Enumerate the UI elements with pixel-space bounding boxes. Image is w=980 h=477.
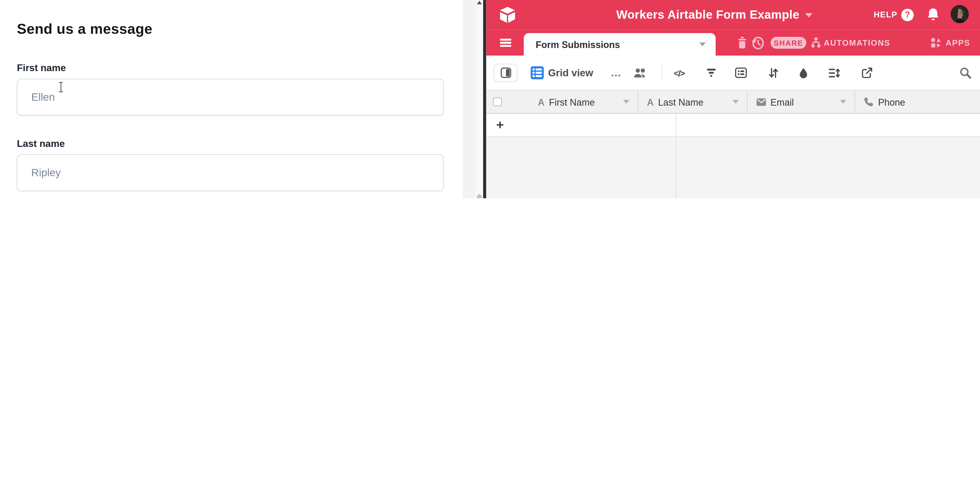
- color-icon[interactable]: [799, 55, 808, 90]
- view-sidebar-toggle-button[interactable]: [494, 64, 517, 82]
- grid-view-icon[interactable]: [530, 55, 544, 90]
- sort-icon[interactable]: [768, 55, 778, 90]
- avatar-photo: [951, 5, 969, 23]
- airtable-table-bar: Form Submissions SHARE: [486, 30, 980, 56]
- base-title-caret-icon[interactable]: [805, 13, 813, 17]
- column-header-last-name[interactable]: A Last Name: [638, 90, 747, 113]
- text-field-type-icon: A: [647, 97, 654, 107]
- apps-icon[interactable]: [931, 30, 941, 56]
- screen: Send us a message First name Last name: [0, 0, 980, 198]
- filter-icon[interactable]: [706, 55, 716, 90]
- share-button[interactable]: SHARE: [771, 37, 806, 49]
- user-avatar[interactable]: [951, 5, 969, 23]
- toolbar-divider: [662, 65, 662, 81]
- last-name-input[interactable]: [17, 154, 444, 191]
- collaborators-icon[interactable]: [633, 55, 648, 90]
- view-name-label[interactable]: Grid view: [548, 55, 593, 90]
- first-name-label: First name: [17, 63, 66, 74]
- column-name: Last Name: [658, 97, 703, 107]
- airtable-view-bar: Grid view … </>: [486, 55, 980, 90]
- text-field-type-icon: A: [538, 97, 544, 107]
- add-row[interactable]: +: [486, 114, 980, 137]
- base-title[interactable]: Workers Airtable Form Example: [616, 8, 799, 22]
- email-field-type-icon: [756, 98, 766, 106]
- page-title: Send us a message: [17, 0, 444, 37]
- column-name: Email: [770, 97, 794, 107]
- select-all-checkbox[interactable]: [493, 98, 501, 106]
- airtable-pane: Workers Airtable Form Example HELP ?: [486, 0, 980, 198]
- column-dropdown-icon[interactable]: [732, 100, 738, 103]
- contact-form-pane: Send us a message First name Last name: [0, 0, 463, 198]
- menu-hamburger-icon[interactable]: [500, 39, 511, 47]
- table-tab-label: Form Submissions: [536, 39, 620, 49]
- grid-header-row: A First Name A Last Name Email: [486, 90, 980, 114]
- column-name: Phone: [878, 97, 905, 107]
- column-header-phone[interactable]: Phone: [855, 90, 980, 113]
- add-row-plus-icon[interactable]: +: [496, 117, 504, 132]
- scrollbar-up-arrow-icon[interactable]: [477, 0, 482, 4]
- search-icon[interactable]: [959, 55, 971, 90]
- field-label-row: Last name: [17, 138, 444, 149]
- column-header-email[interactable]: Email: [747, 90, 855, 113]
- column-divider-line: [676, 137, 676, 198]
- view-more-icon[interactable]: …: [611, 55, 622, 90]
- share-view-icon[interactable]: [862, 55, 872, 90]
- column-divider-line: [676, 114, 676, 136]
- select-all-cell: [486, 90, 503, 113]
- notifications-bell-icon[interactable]: [926, 8, 940, 22]
- phone-field-type-icon: [864, 97, 874, 107]
- page-gutter: [463, 0, 476, 198]
- last-name-label: Last name: [17, 138, 65, 149]
- automations-icon[interactable]: [811, 30, 821, 56]
- first-name-input[interactable]: [17, 79, 444, 116]
- help-question-icon[interactable]: ?: [901, 8, 914, 21]
- airtable-topbar: Workers Airtable Form Example HELP ?: [486, 0, 980, 30]
- hide-fields-icon[interactable]: </>: [674, 55, 685, 90]
- browser-scrollbar-thumb[interactable]: [477, 194, 482, 198]
- trash-icon[interactable]: [737, 30, 747, 56]
- window-divider: [483, 0, 486, 198]
- column-dropdown-icon[interactable]: [623, 100, 630, 103]
- tab-form-submissions[interactable]: Form Submissions: [524, 33, 716, 56]
- field-label-row: First name: [17, 63, 444, 74]
- column-name: First Name: [549, 97, 595, 107]
- group-icon[interactable]: [735, 55, 747, 90]
- tab-caret-icon[interactable]: [699, 43, 706, 46]
- row-height-icon[interactable]: [829, 55, 840, 90]
- airtable-logo-icon[interactable]: [499, 6, 516, 24]
- history-icon[interactable]: [751, 30, 764, 56]
- grid-empty-area: [486, 137, 980, 198]
- help-button[interactable]: HELP: [874, 10, 897, 19]
- apps-button[interactable]: APPS: [946, 30, 970, 56]
- column-header-first-name[interactable]: A First Name: [503, 90, 638, 113]
- browser-scrollbar[interactable]: [476, 0, 483, 198]
- column-dropdown-icon[interactable]: [840, 100, 846, 103]
- automations-button[interactable]: AUTOMATIONS: [824, 30, 891, 56]
